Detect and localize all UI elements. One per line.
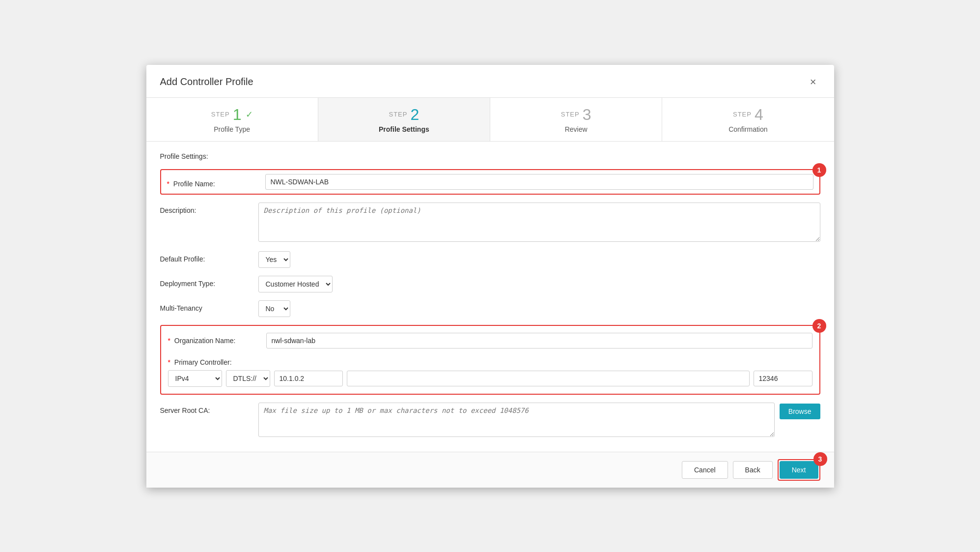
org-name-control <box>266 333 812 349</box>
step-1-number: 1 <box>233 107 242 122</box>
profile-name-control <box>265 174 813 190</box>
server-ca-control: Browse <box>258 403 820 437</box>
step-2-name: Profile Settings <box>379 125 429 133</box>
required-star-3: * <box>168 358 170 366</box>
badge-2: 2 <box>812 319 826 333</box>
cancel-button[interactable]: Cancel <box>682 461 728 479</box>
step-3-number: 3 <box>583 107 591 122</box>
badge-3: 3 <box>813 452 827 466</box>
browse-button[interactable]: Browse <box>780 404 820 419</box>
server-ca-textarea[interactable] <box>258 403 775 437</box>
step-2: STEP 2 Profile Settings <box>318 98 490 141</box>
step-4-label-row: STEP 4 <box>733 107 763 122</box>
primary-controller-group: * Primary Controller: <box>168 354 812 366</box>
default-profile-control: Yes No <box>258 251 820 268</box>
deployment-type-label: Deployment Type: <box>160 276 258 288</box>
port-input[interactable] <box>754 371 812 386</box>
step-1-label-row: STEP 1 ✓ <box>211 107 253 122</box>
server-ca-row: Browse <box>258 403 820 437</box>
back-button[interactable]: Back <box>733 461 773 479</box>
modal-footer: Cancel Back Next 3 <box>146 452 834 488</box>
org-name-group: * Organization Name: <box>168 333 812 349</box>
next-wrapper: Next 3 <box>778 459 820 481</box>
step-3-name: Review <box>565 125 588 133</box>
org-name-input[interactable] <box>266 333 812 349</box>
description-group: Description: <box>160 203 820 243</box>
modal-title: Add Controller Profile <box>160 76 253 87</box>
step-2-label-row: STEP 2 <box>389 107 419 122</box>
default-profile-group: Default Profile: Yes No <box>160 251 820 268</box>
description-control <box>258 203 820 243</box>
ip-input[interactable] <box>274 371 343 386</box>
step-1: STEP 1 ✓ Profile Type <box>146 98 318 141</box>
protocol-select[interactable]: DTLS:// SSL:// <box>226 370 270 387</box>
step-3-word: STEP <box>561 111 580 118</box>
deployment-type-control: Customer Hosted Cloud Hosted <box>258 276 820 292</box>
multi-tenancy-group: Multi-Tenancy No Yes <box>160 300 820 317</box>
step-2-number: 2 <box>410 107 419 122</box>
default-profile-label: Default Profile: <box>160 251 258 263</box>
required-star-1: * <box>167 180 169 188</box>
server-ca-label: Server Root CA: <box>160 403 258 414</box>
profile-name-label: * Profile Name: <box>167 176 265 188</box>
step-4-number: 4 <box>755 107 763 122</box>
server-ca-group: Server Root CA: Browse <box>160 403 820 437</box>
required-star-2: * <box>168 337 170 345</box>
profile-name-input[interactable] <box>265 174 813 190</box>
steps-container: STEP 1 ✓ Profile Type STEP 2 Profile Set… <box>146 98 834 142</box>
modal-header: Add Controller Profile × <box>146 65 834 98</box>
step-1-name: Profile Type <box>214 125 250 133</box>
multi-tenancy-control: No Yes <box>258 300 820 317</box>
step-2-word: STEP <box>389 111 407 118</box>
org-controller-group: * Organization Name: * Primary Controlle… <box>160 325 820 395</box>
org-name-label: * Organization Name: <box>168 333 266 345</box>
step-3-label-row: STEP 3 <box>561 107 591 122</box>
ip-type-select[interactable]: IPv4 IPv6 <box>168 370 222 387</box>
deployment-type-select[interactable]: Customer Hosted Cloud Hosted <box>258 276 333 292</box>
step-3: STEP 3 Review <box>490 98 662 141</box>
profile-name-group: * Profile Name: 1 <box>160 169 820 195</box>
deployment-type-group: Deployment Type: Customer Hosted Cloud H… <box>160 276 820 292</box>
multi-tenancy-label: Multi-Tenancy <box>160 300 258 312</box>
step-4-name: Confirmation <box>728 125 767 133</box>
modal-content: Profile Settings: * Profile Name: 1 Desc… <box>146 142 834 452</box>
next-button[interactable]: Next <box>780 461 818 479</box>
section-title: Profile Settings: <box>160 152 820 160</box>
step-1-check: ✓ <box>246 109 253 120</box>
primary-controller-label: * Primary Controller: <box>168 354 266 366</box>
close-button[interactable]: × <box>806 74 820 90</box>
description-textarea[interactable] <box>258 203 820 242</box>
modal-container: Add Controller Profile × STEP 1 ✓ Profil… <box>146 65 834 488</box>
description-label: Description: <box>160 203 258 214</box>
step-1-word: STEP <box>211 111 230 118</box>
multi-tenancy-select[interactable]: No Yes <box>258 300 290 317</box>
step-4: STEP 4 Confirmation <box>662 98 834 141</box>
default-profile-select[interactable]: Yes No <box>258 251 290 268</box>
step-4-word: STEP <box>733 111 752 118</box>
controller-inputs-row: IPv4 IPv6 DTLS:// SSL:// <box>168 370 812 387</box>
badge-1: 1 <box>812 163 826 177</box>
ip-main-input[interactable] <box>347 371 750 386</box>
